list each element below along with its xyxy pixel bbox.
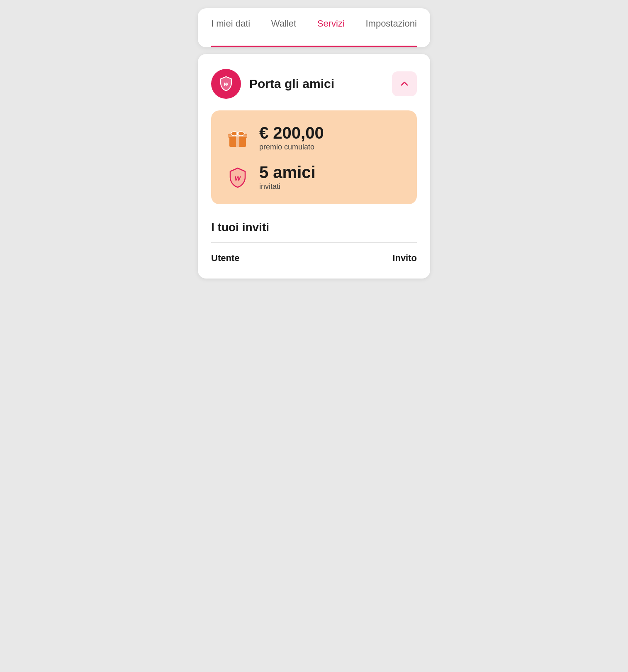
premio-info: € 200,00 premio cumulato xyxy=(259,124,324,152)
stats-card: € 200,00 premio cumulato w 5 amici invit… xyxy=(211,110,417,204)
shield-amici-icon-container: w xyxy=(226,166,249,189)
premio-label: premio cumulato xyxy=(259,143,324,152)
tab-bar-card: I miei dati Wallet Servizi Impostazioni xyxy=(198,8,430,47)
main-card: w Porta gli amici xyxy=(198,54,430,279)
svg-text:w: w xyxy=(235,174,241,182)
stat-row-premio: € 200,00 premio cumulato xyxy=(226,124,402,152)
chevron-up-icon xyxy=(399,79,409,89)
stat-row-amici: w 5 amici invitati xyxy=(226,163,402,191)
premio-value: € 200,00 xyxy=(259,124,324,142)
inviti-table-header: Utente Invito xyxy=(211,253,417,264)
tab-active-underline xyxy=(211,46,417,47)
app-container: I miei dati Wallet Servizi Impostazioni xyxy=(198,8,430,279)
section-title: Porta gli amici xyxy=(249,77,334,91)
gift-icon-container xyxy=(226,126,249,149)
col-invito: Invito xyxy=(392,253,417,264)
inviti-section: I tuoi inviti Utente Invito xyxy=(211,221,417,264)
shield-amici-icon: w xyxy=(226,166,249,189)
inviti-title: I tuoi inviti xyxy=(211,221,417,234)
tab-wallet[interactable]: Wallet xyxy=(271,18,296,31)
tab-list: I miei dati Wallet Servizi Impostazioni xyxy=(211,18,417,39)
inviti-divider xyxy=(211,242,417,243)
tab-i-miei-dati[interactable]: I miei dati xyxy=(211,18,250,31)
amici-info: 5 amici invitati xyxy=(259,163,316,191)
col-utente: Utente xyxy=(211,253,239,264)
tab-underline-bar xyxy=(295,46,333,47)
gift-icon xyxy=(226,126,249,149)
svg-point-7 xyxy=(236,132,239,135)
section-icon-circle: w xyxy=(211,69,241,99)
amici-label: invitati xyxy=(259,182,316,191)
tab-impostazioni[interactable]: Impostazioni xyxy=(365,18,417,31)
section-header-left: w Porta gli amici xyxy=(211,69,334,99)
shield-w-icon: w xyxy=(218,76,234,92)
tab-servizi[interactable]: Servizi xyxy=(317,18,345,31)
svg-text:w: w xyxy=(224,81,229,87)
collapse-button[interactable] xyxy=(392,71,417,96)
section-header: w Porta gli amici xyxy=(211,69,417,99)
amici-value: 5 amici xyxy=(259,163,316,181)
